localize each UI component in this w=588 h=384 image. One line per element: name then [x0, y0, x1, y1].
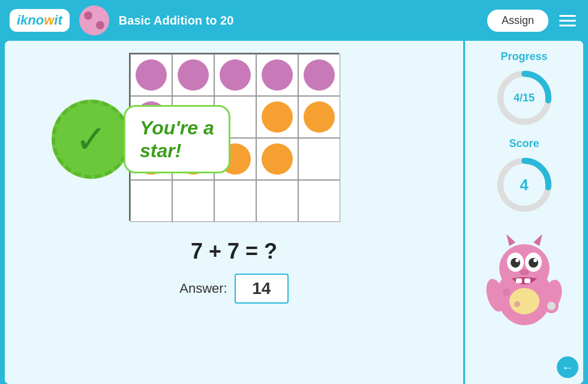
svg-point-19 [547, 302, 556, 310]
right-sidebar: Progress 4/15 Score 4 [463, 41, 583, 384]
grid-cell [214, 54, 256, 96]
grid-cell [256, 138, 298, 180]
grid-cell [298, 180, 340, 222]
svg-point-12 [520, 269, 529, 275]
grid-cell [298, 54, 340, 96]
lesson-title: Basic Addition to 20 [119, 14, 234, 28]
svg-point-5 [499, 244, 550, 292]
purple-circle [178, 59, 209, 91]
monster-character [482, 229, 566, 325]
progress-section: Progress 4/15 [475, 50, 574, 128]
purple-circle [304, 59, 335, 91]
menu-line-2 [559, 20, 576, 22]
svg-rect-14 [524, 278, 530, 283]
grid-cell [298, 138, 340, 180]
header-right: Assign [486, 8, 578, 33]
grid-cell [214, 180, 256, 222]
svg-point-9 [529, 258, 538, 268]
equation: 7 + 7 = ? [191, 239, 277, 264]
answer-row: Answer: [179, 274, 288, 304]
answer-label: Answer: [179, 281, 227, 296]
menu-line-3 [559, 25, 576, 26]
svg-marker-21 [533, 234, 542, 246]
progress-ring: 4/15 [494, 68, 554, 128]
back-arrow-icon: ← [562, 361, 574, 374]
purple-circle [220, 59, 251, 91]
checkmark-icon: ✓ [75, 120, 107, 158]
orange-circle [304, 101, 335, 133]
score-label: Score [475, 137, 574, 150]
success-bubble: You're a star! [124, 105, 230, 174]
purple-circle [262, 59, 293, 91]
svg-rect-13 [516, 278, 522, 283]
grid-cell [130, 54, 172, 96]
orange-circle [262, 143, 293, 175]
score-ring: 4 [494, 155, 554, 215]
grid-cell [172, 54, 214, 96]
orange-circle [262, 101, 293, 133]
svg-point-10 [515, 259, 519, 262]
svg-point-8 [511, 258, 520, 268]
success-badge: ✓ [53, 101, 130, 178]
menu-line-1 [559, 15, 576, 17]
scallop-ring: ✓ [53, 101, 130, 178]
left-panel: ✓ You're a star! 7 + 7 = ? Answer: [5, 41, 463, 384]
purple-circle [136, 59, 167, 91]
score-section: Score 4 [475, 137, 574, 215]
grid-cell [298, 96, 340, 138]
header: iknowit Basic Addition to 20 Assign [0, 0, 588, 41]
grid-cell [256, 54, 298, 96]
grid-cell [256, 180, 298, 222]
grid-cell [172, 180, 214, 222]
svg-point-11 [533, 259, 537, 262]
svg-marker-20 [506, 234, 515, 246]
score-value: 4 [520, 176, 528, 194]
answer-input[interactable] [235, 274, 289, 304]
lesson-icon [79, 5, 109, 35]
logo: iknowit [10, 9, 70, 32]
progress-value: 4/15 [514, 92, 535, 104]
back-arrow-button[interactable]: ← [557, 356, 578, 378]
svg-point-22 [503, 289, 510, 296]
main-area: ✓ You're a star! 7 + 7 = ? Answer: Progr… [5, 41, 583, 384]
assign-button[interactable]: Assign [486, 8, 550, 33]
svg-point-15 [509, 288, 539, 314]
success-text: You're a star! [140, 116, 214, 163]
svg-point-23 [514, 301, 520, 307]
grid-cell [256, 96, 298, 138]
success-overlay: ✓ You're a star! [53, 101, 230, 178]
menu-button[interactable] [557, 13, 578, 29]
grid-cell [130, 180, 172, 222]
progress-label: Progress [475, 50, 574, 63]
